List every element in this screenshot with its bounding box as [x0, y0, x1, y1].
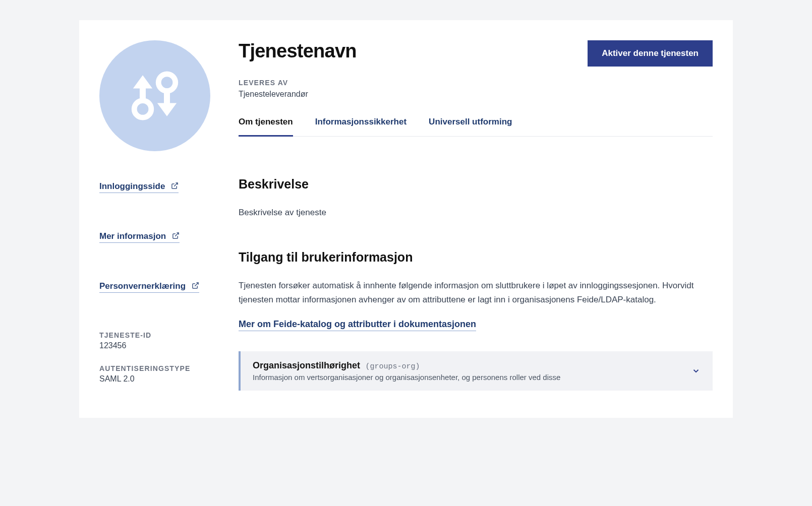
link-label: Innloggingsside — [99, 181, 165, 192]
service-id-label: TJENESTE-ID — [99, 331, 210, 339]
login-page-link[interactable]: Innloggingsside — [99, 181, 179, 193]
external-link-icon — [171, 182, 179, 189]
tab-universal[interactable]: Universell utforming — [429, 117, 512, 137]
page-title: Tjenestenavn — [239, 40, 357, 62]
accordion-desc: Informasjon om vertsorganisasjoner og or… — [253, 373, 691, 382]
external-link-icon — [172, 232, 180, 239]
description-text: Beskrivelse av tjeneste — [239, 206, 713, 220]
service-id-value: 123456 — [99, 341, 210, 350]
tab-infosec[interactable]: Informasjonssikkerhet — [315, 117, 407, 137]
sidebar: Innloggingsside Mer informasjon — [99, 40, 210, 398]
auth-type-label: AUTENTISERINGSTYPE — [99, 364, 210, 372]
link-label: Mer informasjon — [99, 231, 166, 241]
header-row: Tjenestenavn Aktiver denne tjenesten — [239, 40, 713, 67]
provider-label: LEVERES AV — [239, 79, 713, 87]
accordion-org-groups[interactable]: Organisasjonstilhørighet (groups-org) In… — [239, 351, 713, 391]
auth-type-value: SAML 2.0 — [99, 374, 210, 384]
access-heading: Tilgang til brukerinformasjon — [239, 250, 713, 265]
svg-marker-0 — [133, 75, 152, 88]
arrows-icon — [125, 66, 185, 126]
external-link-icon — [192, 282, 199, 289]
svg-point-2 — [134, 101, 151, 118]
svg-marker-5 — [157, 103, 177, 116]
activate-button[interactable]: Aktiver denne tjenesten — [588, 40, 713, 67]
svg-point-3 — [158, 74, 176, 91]
tab-about[interactable]: Om tjenesten — [239, 117, 293, 137]
more-info-link[interactable]: Mer informasjon — [99, 231, 180, 243]
svg-line-7 — [176, 232, 179, 236]
accordion-content: Organisasjonstilhørighet (groups-org) In… — [253, 360, 691, 382]
service-card: Innloggingsside Mer informasjon — [79, 20, 733, 418]
chevron-down-icon — [691, 366, 701, 375]
docs-link[interactable]: Mer om Feide-katalog og attributter i do… — [239, 319, 476, 331]
provider-value: Tjenesteleverandør — [239, 90, 713, 99]
accordion-code: (groups-org) — [365, 362, 420, 371]
svg-line-6 — [175, 182, 178, 186]
accordion-title: Organisasjonstilhørighet — [253, 360, 360, 370]
link-label: Personvernerklæring — [99, 281, 186, 291]
privacy-link[interactable]: Personvernerklæring — [99, 281, 199, 293]
svg-line-8 — [195, 282, 198, 286]
svg-rect-4 — [164, 89, 170, 104]
access-text: Tjenesten forsøker automatisk å innhente… — [239, 279, 713, 307]
main-content: Tjenestenavn Aktiver denne tjenesten LEV… — [239, 40, 713, 398]
service-logo — [99, 40, 210, 151]
tabs: Om tjenesten Informasjonssikkerhet Unive… — [239, 117, 713, 137]
description-heading: Beskrivelse — [239, 177, 713, 192]
